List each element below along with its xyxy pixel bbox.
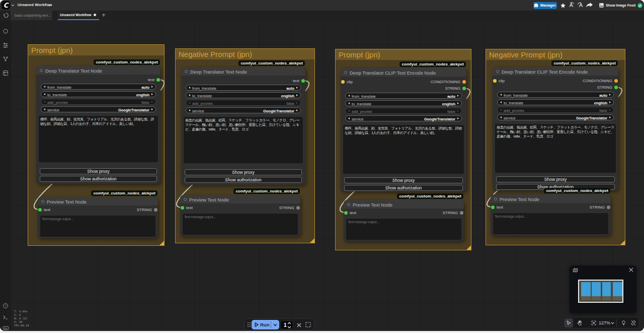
widget-service[interactable]: serviceGoogleTranslator [41,106,156,112]
widget-arrow-right-icon[interactable] [151,93,153,95]
widget-arrow-left-icon[interactable] [348,110,350,112]
widget-arrow-left-icon[interactable] [189,87,190,89]
manager-button[interactable]: Manager [533,2,557,9]
node-c3[interactable]: Deep Translator CLIP Text Encode Nodecli… [341,68,466,191]
input-dot-clip[interactable] [493,79,497,83]
widget-arrow-right-icon[interactable] [609,116,611,118]
widget-to_translate[interactable]: to_translateenglish [186,92,301,98]
widget-from_translate[interactable]: from_translateauto [41,84,156,90]
prompt-textarea[interactable]: 傑作、最高品質、顔、生写真、フォトリアル、光沢のある肌、詳細な肌、詳細な顔、詳細… [39,116,158,162]
widget-service[interactable]: serviceGoogleTranslator [345,115,462,121]
sidebar-help-icon[interactable]: ? [0,300,11,311]
widget-arrow-right-icon[interactable] [457,95,459,97]
button-show-proxy[interactable]: Show proxy [496,176,615,182]
workflow-history-icon[interactable] [2,12,10,19]
workflow-menu-chevron-icon[interactable] [48,4,51,7]
prompt-textarea[interactable]: 最悪の品質、低品質、絵画、スケッチ、フラットカラー、モノクロ、グレースケール、醜… [184,117,303,163]
graph-canvas[interactable]: Prompt (jpn)Negative Prompt (jpn)Prompt … [11,20,644,331]
widget-add_proxies[interactable]: add_proxiesfalse [497,107,614,113]
sidebar-terminal-icon[interactable] [0,312,11,323]
widget-arrow-left-icon[interactable] [348,117,350,119]
input-dot-text[interactable] [181,206,184,210]
share-icon[interactable] [586,0,593,11]
preview-output-textarea[interactable]: Text message output.... [40,216,155,237]
button-show-proxy[interactable]: Show proxy [344,177,463,183]
collapse-dot-icon[interactable] [347,203,350,206]
output-dot-text[interactable] [301,79,305,83]
widget-from_translate[interactable]: from_translateauto [345,93,462,99]
button-show-proxy[interactable]: Show proxy [185,169,302,175]
workflow-title[interactable]: Unsaved Workflow [18,3,52,7]
collapse-dot-icon[interactable] [185,70,188,73]
widget-arrow-left-icon[interactable] [189,94,190,96]
node-p4[interactable]: Preview Text NodetextSTRINGText message … [491,194,611,236]
output-dot-STRING[interactable] [296,206,300,210]
comfyui-logo[interactable]: C [2,1,10,10]
widget-arrow-right-icon[interactable] [151,108,153,110]
collapse-dot-icon[interactable] [40,69,43,72]
output-dot-STRING[interactable] [460,211,463,215]
widget-arrow-right-icon[interactable] [296,109,298,111]
sidebar-keyboard-icon[interactable] [0,322,11,331]
preview-output-textarea[interactable]: Text message output.... [183,214,298,235]
node-p2[interactable]: Preview Text NodetextSTRINGText message … [180,195,300,236]
translate-alt-icon[interactable] [577,0,584,11]
widget-arrow-left-icon[interactable] [348,95,350,97]
output-dot-CONDITIONING[interactable] [614,79,618,83]
node-p3[interactable]: Preview Text NodetextSTRINGText message … [344,200,464,241]
widget-arrow-right-icon[interactable] [151,101,153,103]
node-t1[interactable]: Deep Translator Text Nodetextfrom_transl… [36,66,160,184]
prompt-textarea[interactable]: 最悪の品質、低品質、絵画、スケッチ、フラットカラー、モノクロ、グレースケール、醜… [495,124,616,173]
node-t2[interactable]: Deep Translator Text Nodetextfrom_transl… [181,67,305,185]
button-show-proxy[interactable]: Show proxy [40,168,157,174]
output-dot-CONDITIONING[interactable] [462,80,466,84]
widget-arrow-right-icon[interactable] [457,117,459,119]
widget-from_translate[interactable]: from_translateauto [497,92,614,98]
widget-arrow-left-icon[interactable] [189,102,190,104]
widget-arrow-right-icon[interactable] [609,109,611,111]
collapse-dot-icon[interactable] [41,200,44,203]
tab-basic-outpainting[interactable]: basic-outpainting-wor... [11,11,52,20]
collapse-dot-icon[interactable] [184,198,187,201]
widget-arrow-left-icon[interactable] [348,102,350,104]
logo-menu-chevron-icon[interactable] [11,4,15,7]
button-show-authorization[interactable]: Show authorization [40,176,157,182]
new-tab-button[interactable]: + [100,12,108,19]
widget-arrow-right-icon[interactable] [296,94,298,96]
widget-to_translate[interactable]: to_translateenglish [345,100,462,106]
input-dot-clip[interactable] [341,80,345,84]
collapse-dot-icon[interactable] [344,71,347,74]
widget-arrow-left-icon[interactable] [189,109,190,111]
widget-arrow-left-icon[interactable] [44,108,45,110]
sidebar-queue-icon[interactable] [0,26,11,37]
star-icon[interactable] [559,0,567,11]
widget-arrow-left-icon[interactable] [500,101,502,103]
translate-active-icon[interactable] [568,0,576,11]
input-dot-text[interactable] [38,208,42,212]
sidebar-node-library-icon[interactable] [0,40,11,51]
show-image-feed-toggle[interactable]: Show Image Feed [599,0,642,11]
widget-arrow-left-icon[interactable] [44,93,45,95]
tab-unsaved-workflow[interactable]: Unsaved Workflow [58,11,99,20]
widget-from_translate[interactable]: from_translateauto [186,85,301,91]
widget-service[interactable]: serviceGoogleTranslator [186,107,301,113]
widget-arrow-right-icon[interactable] [457,110,459,112]
output-dot-STRING[interactable] [607,206,610,209]
collapse-dot-icon[interactable] [496,70,499,73]
widget-to_translate[interactable]: to_translateenglish [497,99,614,105]
output-dot-STRING[interactable] [154,208,157,212]
widget-arrow-right-icon[interactable] [151,86,153,88]
collapse-dot-icon[interactable] [494,197,497,201]
widget-add_proxies[interactable]: add_proxiesfalse [186,100,301,106]
sidebar-workflows-icon[interactable] [0,68,11,79]
prompt-textarea[interactable]: 傑作、最高品質、顔、生写真、フォトリアル、光沢のある肌、詳細な肌、詳細な顔、詳細… [343,125,464,174]
node-p1[interactable]: Preview Text NodetextSTRINGText message … [38,197,158,238]
preview-output-textarea[interactable]: Text message output.... [346,219,461,240]
widget-to_translate[interactable]: to_translateenglish [41,91,156,97]
preview-output-textarea[interactable]: Text message output.... [493,213,608,234]
button-show-authorization[interactable]: Show authorization [344,185,463,191]
output-dot-text[interactable] [156,78,160,82]
widget-arrow-right-icon[interactable] [457,102,459,104]
widget-arrow-right-icon[interactable] [609,101,611,103]
widget-arrow-left-icon[interactable] [500,94,502,96]
